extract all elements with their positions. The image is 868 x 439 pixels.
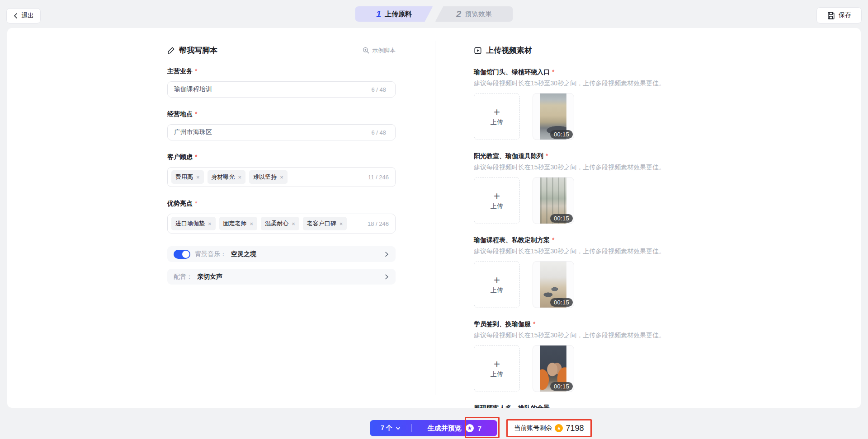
tag-item: 老客户口碑× bbox=[303, 217, 347, 230]
balance-value: 7198 bbox=[566, 424, 584, 433]
balance-label: 当前账号剩余 bbox=[514, 424, 552, 432]
field-label-business-location: 经营地点* bbox=[167, 110, 396, 118]
advantages-input[interactable]: 进口瑜伽垫× 固定老师× 温柔耐心× 老客户口碑× 18 / 246 bbox=[167, 214, 396, 234]
pencil-icon bbox=[167, 47, 175, 54]
upload-panel-title: 上传视频素材 bbox=[486, 45, 532, 56]
credit-coin-icon: ★ bbox=[466, 424, 474, 432]
plus-icon: + bbox=[494, 359, 500, 369]
video-thumbnail[interactable]: 00:15 bbox=[533, 261, 574, 308]
column-divider bbox=[435, 41, 435, 395]
chevron-left-icon bbox=[13, 13, 19, 19]
cost-value: 7 bbox=[478, 425, 481, 432]
script-form-title-row: 帮我写脚本 bbox=[167, 45, 217, 56]
field-label-customer-concerns: 客户顾虑* bbox=[167, 153, 396, 161]
video-count-label: 7 个 bbox=[381, 424, 392, 432]
required-mark: * bbox=[195, 110, 197, 118]
upload-section-schedule: 瑜伽课程表、私教定制方案* 建议每段视频时长在15秒至30秒之间，上传多段视频素… bbox=[474, 236, 727, 308]
upload-hint: 建议每段视频时长在15秒至30秒之间，上传多段视频素材效果更佳。 bbox=[474, 79, 727, 88]
tag-item: 温柔耐心× bbox=[261, 217, 299, 230]
tag-close-icon[interactable]: × bbox=[250, 220, 254, 227]
required-mark: * bbox=[552, 68, 554, 76]
example-script-link[interactable]: 示例脚本 bbox=[363, 47, 396, 55]
tag-close-icon[interactable]: × bbox=[196, 174, 200, 181]
tab-preview-effect[interactable]: 2 预览效果 bbox=[435, 6, 513, 22]
gold-coin-icon: ★ bbox=[555, 424, 563, 432]
required-mark: * bbox=[195, 67, 197, 75]
script-form-title: 帮我写脚本 bbox=[179, 45, 217, 56]
step-tabs: 1 上传原料 2 预览效果 bbox=[355, 6, 513, 22]
business-location-value: 广州市海珠区 bbox=[174, 128, 371, 136]
main-business-value: 瑜伽课程培训 bbox=[174, 85, 371, 93]
tag-item: 进口瑜伽垫× bbox=[171, 217, 216, 230]
account-balance-annotated: 当前账号剩余 ★ 7198 bbox=[506, 419, 592, 437]
music-label: 背景音乐： bbox=[195, 250, 226, 258]
char-counter: 6 / 48 bbox=[371, 86, 389, 93]
customer-concerns-input[interactable]: 费用高× 身材曝光× 难以坚持× 11 / 246 bbox=[167, 167, 396, 187]
music-toggle[interactable] bbox=[174, 250, 190, 259]
upload-button[interactable]: + 上传 bbox=[474, 177, 520, 224]
tag-item: 身材曝光× bbox=[208, 170, 246, 184]
step-label: 上传原料 bbox=[385, 10, 412, 19]
tag-close-icon[interactable]: × bbox=[292, 220, 295, 227]
video-count-dropdown[interactable]: 7 个 bbox=[370, 424, 411, 432]
tag-close-icon[interactable]: × bbox=[238, 174, 242, 181]
required-mark: * bbox=[195, 153, 197, 161]
required-mark: * bbox=[195, 200, 197, 208]
video-thumbnail[interactable]: 00:15 bbox=[533, 177, 574, 224]
step-label: 预览效果 bbox=[465, 10, 492, 19]
upload-section-crowd: 展现顾客人多、排队的全景 bbox=[474, 404, 727, 408]
plus-icon: + bbox=[494, 275, 500, 285]
duration-badge: 00:15 bbox=[550, 130, 573, 139]
exit-button[interactable]: 退出 bbox=[6, 8, 41, 23]
required-mark: * bbox=[533, 320, 535, 328]
voiceover-row[interactable]: 配音： 亲切女声 bbox=[167, 269, 396, 285]
generate-label: 生成并预览 bbox=[428, 424, 462, 433]
business-location-input[interactable]: 广州市海珠区 6 / 48 bbox=[167, 124, 396, 140]
example-script-label: 示例脚本 bbox=[372, 47, 396, 55]
field-label-main-business: 主营业务* bbox=[167, 67, 396, 75]
upload-hint: 建议每段视频时长在15秒至30秒之间，上传多段视频素材效果更佳。 bbox=[474, 248, 727, 256]
field-label-advantages: 优势亮点* bbox=[167, 200, 396, 208]
main-card: 帮我写脚本 示例脚本 主营业务* 瑜伽课程培训 6 / 48 经营地点* 广州市… bbox=[7, 28, 861, 408]
video-thumbnail[interactable]: 00:15 bbox=[533, 93, 574, 140]
tag-item: 难以坚持× bbox=[249, 170, 288, 184]
exit-label: 退出 bbox=[21, 12, 34, 20]
upload-button[interactable]: + 上传 bbox=[474, 261, 520, 308]
music-value: 空灵之境 bbox=[231, 250, 256, 258]
chevron-right-icon bbox=[384, 274, 389, 280]
main-business-input[interactable]: 瑜伽课程培训 6 / 48 bbox=[167, 81, 396, 98]
save-button[interactable]: 保存 bbox=[816, 7, 862, 23]
upload-button[interactable]: + 上传 bbox=[474, 345, 520, 392]
tag-close-icon[interactable]: × bbox=[208, 220, 212, 227]
upload-button[interactable]: + 上传 bbox=[474, 93, 520, 140]
duration-badge: 00:15 bbox=[550, 214, 573, 223]
upload-panel: 上传视频素材 瑜伽馆门头、绿植环绕入口* 建议每段视频时长在15秒至30秒之间，… bbox=[474, 45, 727, 408]
required-mark: * bbox=[546, 152, 548, 160]
top-bar: 退出 1 上传原料 2 预览效果 保存 bbox=[0, 0, 868, 28]
duration-badge: 00:15 bbox=[550, 298, 573, 307]
background-music-row[interactable]: 背景音乐： 空灵之境 bbox=[167, 246, 396, 262]
char-counter: 6 / 48 bbox=[371, 129, 389, 136]
generate-preview-action[interactable]: 生成并预览 ★ 7 bbox=[412, 424, 497, 433]
step-number: 1 bbox=[376, 9, 381, 19]
step-number: 2 bbox=[456, 9, 461, 19]
duration-badge: 00:15 bbox=[550, 382, 573, 391]
voiceover-value: 亲切女声 bbox=[197, 273, 222, 281]
save-label: 保存 bbox=[839, 11, 851, 19]
upload-panel-title-row: 上传视频素材 bbox=[474, 45, 727, 56]
video-thumbnail[interactable]: 00:15 bbox=[533, 345, 574, 392]
tag-item: 固定老师× bbox=[219, 217, 258, 230]
chevron-down-icon bbox=[396, 426, 401, 431]
tab-upload-materials[interactable]: 1 上传原料 bbox=[355, 6, 433, 22]
upload-section-studio: 阳光教室、瑜伽道具陈列* 建议每段视频时长在15秒至30秒之间，上传多段视频素材… bbox=[474, 152, 727, 224]
generate-button[interactable]: 7 个 生成并预览 ★ 7 bbox=[370, 420, 497, 436]
required-mark: * bbox=[552, 236, 554, 244]
video-file-icon bbox=[474, 47, 482, 55]
upload-hint: 建议每段视频时长在15秒至30秒之间，上传多段视频素材效果更佳。 bbox=[474, 332, 727, 340]
voiceover-label: 配音： bbox=[174, 273, 193, 281]
upload-section-checkin: 学员签到、换瑜伽服* 建议每段视频时长在15秒至30秒之间，上传多段视频素材效果… bbox=[474, 320, 727, 392]
tag-close-icon[interactable]: × bbox=[280, 174, 283, 181]
tag-close-icon[interactable]: × bbox=[340, 220, 343, 227]
char-counter: 18 / 246 bbox=[368, 220, 392, 227]
tag-item: 费用高× bbox=[171, 170, 204, 184]
